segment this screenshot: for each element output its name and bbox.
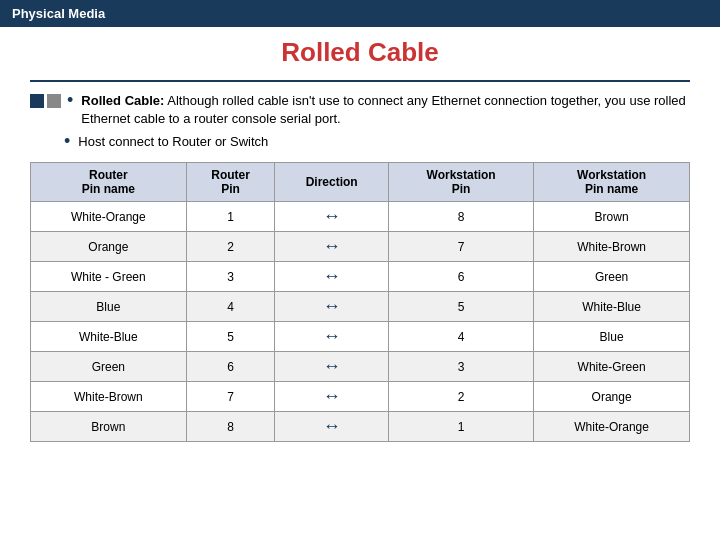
cell-0-0: White-Orange	[31, 202, 187, 232]
cell-5-2: ↔	[275, 352, 389, 382]
cell-3-1: 4	[186, 292, 275, 322]
cell-5-0: Green	[31, 352, 187, 382]
table-row: White-Brown7↔2Orange	[31, 382, 690, 412]
sq-blue	[30, 94, 44, 108]
cell-7-0: Brown	[31, 412, 187, 442]
title-divider	[30, 80, 690, 82]
cell-1-3: 7	[388, 232, 533, 262]
cell-4-2: ↔	[275, 322, 389, 352]
col-router-pin-name: RouterPin name	[31, 163, 187, 202]
header-bar: Physical Media	[0, 0, 720, 27]
cell-6-0: White-Brown	[31, 382, 187, 412]
table-row: White-Blue5↔4Blue	[31, 322, 690, 352]
col-direction: Direction	[275, 163, 389, 202]
cell-3-2: ↔	[275, 292, 389, 322]
bullet-dot-1: •	[30, 90, 73, 111]
cell-0-4: Brown	[534, 202, 690, 232]
bullet-text-2: Host connect to Router or Switch	[78, 133, 268, 151]
table-row: Blue4↔5White-Blue	[31, 292, 690, 322]
cell-7-1: 8	[186, 412, 275, 442]
col-ws-pin: WorkstationPin	[388, 163, 533, 202]
cell-0-3: 8	[388, 202, 533, 232]
cell-2-0: White - Green	[31, 262, 187, 292]
cell-3-3: 5	[388, 292, 533, 322]
cell-7-2: ↔	[275, 412, 389, 442]
cell-2-2: ↔	[275, 262, 389, 292]
cell-5-1: 6	[186, 352, 275, 382]
cell-5-4: White-Green	[534, 352, 690, 382]
cell-6-3: 2	[388, 382, 533, 412]
cell-2-3: 6	[388, 262, 533, 292]
cell-6-2: ↔	[275, 382, 389, 412]
cable-table: RouterPin name RouterPin Direction Works…	[30, 162, 690, 442]
table-row: White-Orange1↔8Brown	[31, 202, 690, 232]
cell-1-0: Orange	[31, 232, 187, 262]
page-title: Rolled Cable	[281, 37, 438, 68]
table-row: Orange2↔7White-Brown	[31, 232, 690, 262]
table-row: White - Green3↔6Green	[31, 262, 690, 292]
cell-2-1: 3	[186, 262, 275, 292]
table-row: Brown8↔1White-Orange	[31, 412, 690, 442]
cell-2-4: Green	[534, 262, 690, 292]
deco-squares	[30, 94, 61, 108]
cell-4-1: 5	[186, 322, 275, 352]
table-header-row: RouterPin name RouterPin Direction Works…	[31, 163, 690, 202]
col-ws-pin-name: WorkstationPin name	[534, 163, 690, 202]
cell-5-3: 3	[388, 352, 533, 382]
table-row: Green6↔3White-Green	[31, 352, 690, 382]
header-title: Physical Media	[12, 6, 105, 21]
cell-6-1: 7	[186, 382, 275, 412]
cell-6-4: Orange	[534, 382, 690, 412]
cell-4-4: Blue	[534, 322, 690, 352]
sq-gray	[47, 94, 61, 108]
bullet-body-1: Although rolled cable isn't use to conne…	[81, 93, 685, 126]
bullet-item-1: • Rolled Cable: Although rolled cable is…	[30, 92, 690, 128]
cell-7-4: White-Orange	[534, 412, 690, 442]
cell-3-0: Blue	[31, 292, 187, 322]
cell-1-4: White-Brown	[534, 232, 690, 262]
col-router-pin: RouterPin	[186, 163, 275, 202]
bullet-dot-2: •	[64, 131, 70, 152]
bullet-strong-1: Rolled Cable:	[81, 93, 164, 108]
bullet-text-1: Rolled Cable: Although rolled cable isn'…	[81, 92, 690, 128]
cell-7-3: 1	[388, 412, 533, 442]
cell-0-1: 1	[186, 202, 275, 232]
cell-1-2: ↔	[275, 232, 389, 262]
cell-3-4: White-Blue	[534, 292, 690, 322]
bullet-section: • Rolled Cable: Although rolled cable is…	[30, 92, 690, 152]
bullet-item-2: • Host connect to Router or Switch	[30, 133, 690, 152]
cell-4-3: 4	[388, 322, 533, 352]
table-body: White-Orange1↔8BrownOrange2↔7White-Brown…	[31, 202, 690, 442]
cell-0-2: ↔	[275, 202, 389, 232]
cell-1-1: 2	[186, 232, 275, 262]
cell-4-0: White-Blue	[31, 322, 187, 352]
